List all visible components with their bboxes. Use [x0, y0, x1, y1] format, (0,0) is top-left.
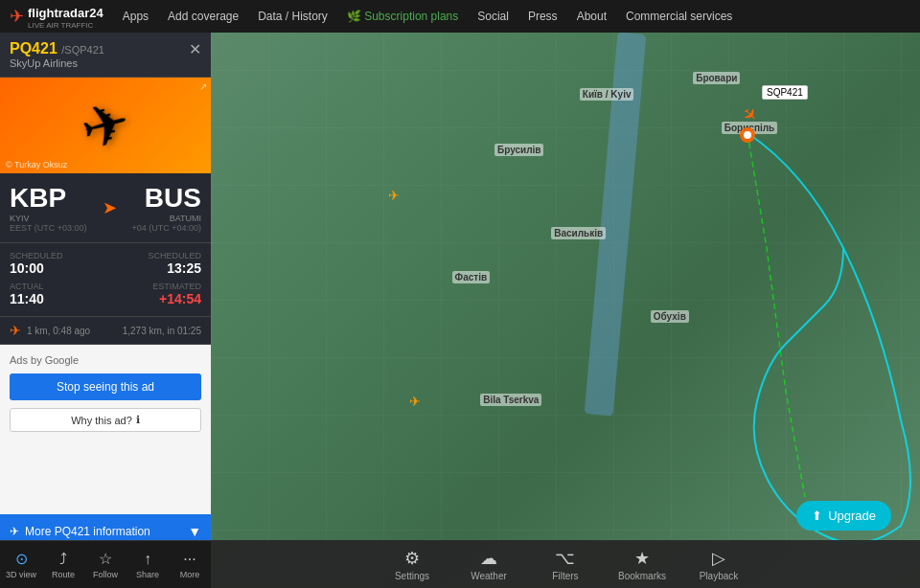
weather-icon: ☁: [480, 548, 497, 569]
scheduled-arr-label: SCHEDULED: [105, 251, 201, 260]
nav-data[interactable]: Data / History: [248, 0, 337, 33]
nav-about[interactable]: About: [567, 0, 616, 33]
filters-tool[interactable]: ⌥ Filters: [541, 548, 589, 581]
logo-sub: LIVE AIR TRAFFIC: [28, 21, 104, 30]
flight-icao: /SQP421: [61, 44, 104, 56]
dest-code: BUS: [131, 183, 201, 214]
nav-social[interactable]: Social: [468, 0, 518, 33]
weather-tool[interactable]: ☁ Weather: [465, 548, 513, 581]
map-toolbar: ⚙ Settings ☁ Weather ⌥ Filters ★ Bookmar…: [211, 540, 920, 588]
scheduled-dep-value: 10:00: [10, 260, 105, 276]
photo-link-icon[interactable]: ↗: [199, 81, 207, 92]
aircraft-position: ✈ SQP421: [743, 104, 757, 125]
upgrade-icon: ⬆: [812, 509, 822, 523]
playback-icon: ▷: [712, 548, 725, 569]
airline-name: SkyUp Airlines: [10, 57, 104, 69]
ad-area: Ads by Google Stop seeing this ad Why th…: [0, 345, 211, 514]
follow-tool[interactable]: ☆ Follow: [84, 550, 126, 579]
stop-ad-button[interactable]: Stop seeing this ad: [10, 373, 201, 400]
route-arrow-icon: ➤: [103, 197, 117, 218]
nav-commercial[interactable]: Commercial services: [616, 0, 742, 33]
plane-icon: ✈: [10, 525, 19, 538]
map-area[interactable]: Київ / Kyiv Бориспіль Бровари Васильків …: [211, 33, 920, 588]
logo[interactable]: ✈ flightradar24 LIVE AIR TRAFFIC: [0, 4, 113, 30]
settings-icon: ⚙: [404, 548, 420, 569]
playback-tool[interactable]: ▷ Playback: [695, 548, 743, 581]
distance-left: 1 km, 0:48 ago: [27, 326, 90, 336]
why-ad-button[interactable]: Why this ad? ℹ: [10, 408, 201, 432]
info-icon: ℹ: [136, 414, 140, 426]
flight-id: PQ421: [10, 40, 58, 57]
logo-text: flightradar24: [28, 6, 104, 20]
logo-icon: ✈: [10, 6, 24, 27]
dest-name: BATUMI: [131, 214, 201, 223]
route-icon: ⤴: [59, 551, 67, 568]
flight-info-panel: PQ421 /SQP421 SkyUp Airlines ✕ ✈ © Turka…: [0, 33, 211, 588]
top-navigation: ✈ flightradar24 LIVE AIR TRAFFIC Apps Ad…: [0, 0, 920, 33]
origin-code: KBP: [10, 183, 87, 214]
aircraft-callsign-label: SQP421: [762, 85, 808, 100]
photo-credit: © Turkay Oksuz: [6, 160, 67, 170]
ads-label: Ads by Google: [10, 354, 79, 366]
aircraft-silhouette-icon: ✈: [74, 87, 137, 165]
share-tool[interactable]: ↑ Share: [126, 551, 169, 579]
bookmarks-tool[interactable]: ★ Bookmarks: [618, 548, 666, 581]
nav-coverage[interactable]: Add coverage: [158, 0, 248, 33]
expand-icon: ▼: [188, 524, 201, 539]
distance-right: 1,273 km, in 01:25: [123, 326, 201, 336]
panel-header: PQ421 /SQP421 SkyUp Airlines ✕: [0, 33, 211, 78]
schedule-info: SCHEDULED 10:00 SCHEDULED 13:25 ACTUAL 1…: [0, 243, 211, 317]
upgrade-button[interactable]: ⬆ Upgrade: [796, 501, 891, 531]
left-toolbar: ⊙ 3D view ⤴ Route ☆ Follow ↑ Share ··· M…: [0, 540, 211, 588]
other-aircraft-2: ✈: [409, 394, 421, 409]
filters-icon: ⌥: [555, 548, 575, 569]
actual-dep-label: ACTUAL: [10, 282, 105, 291]
3d-view-tool[interactable]: ⊙ 3D view: [0, 550, 42, 579]
scheduled-dep-label: SCHEDULED: [10, 251, 105, 260]
scheduled-arr-value: 13:25: [105, 260, 201, 276]
route-info: KBP KYIV EEST (UTC +03:00) ➤ BUS BATUMI …: [0, 173, 211, 243]
nav-subscription[interactable]: 🌿 Subscription plans: [337, 0, 468, 33]
nav-items: Apps Add coverage Data / History 🌿 Subsc…: [113, 0, 743, 33]
actual-dep-value: 11:40: [10, 291, 105, 306]
route-tool[interactable]: ⤴ Route: [42, 551, 84, 579]
more-tool[interactable]: ··· More: [169, 551, 211, 579]
share-icon: ↑: [144, 551, 151, 568]
aircraft-small-icon: ✈: [10, 323, 21, 338]
follow-icon: ☆: [99, 550, 112, 568]
origin-name: KYIV: [10, 214, 87, 223]
close-panel-button[interactable]: ✕: [189, 40, 201, 58]
dest-tz: +04 (UTC +04:00): [131, 223, 201, 233]
more-icon: ···: [183, 551, 196, 568]
aircraft-image: ✈ © Turkay Oksuz ↗: [0, 78, 211, 173]
bookmarks-icon: ★: [634, 548, 650, 569]
nav-press[interactable]: Press: [518, 0, 567, 33]
settings-tool[interactable]: ⚙ Settings: [388, 548, 436, 581]
origin-tz: EEST (UTC +03:00): [10, 223, 87, 233]
other-aircraft-1: ✈: [388, 188, 400, 203]
map-background: Київ / Kyiv Бориспіль Бровари Васильків …: [211, 33, 920, 588]
nav-apps[interactable]: Apps: [113, 0, 158, 33]
estimated-arr-label: ESTIMATED: [105, 282, 201, 291]
progress-info: ✈ 1 km, 0:48 ago 1,273 km, in 01:25: [0, 317, 211, 345]
3d-view-icon: ⊙: [15, 550, 28, 568]
estimated-arr-value: +14:54: [105, 291, 201, 306]
